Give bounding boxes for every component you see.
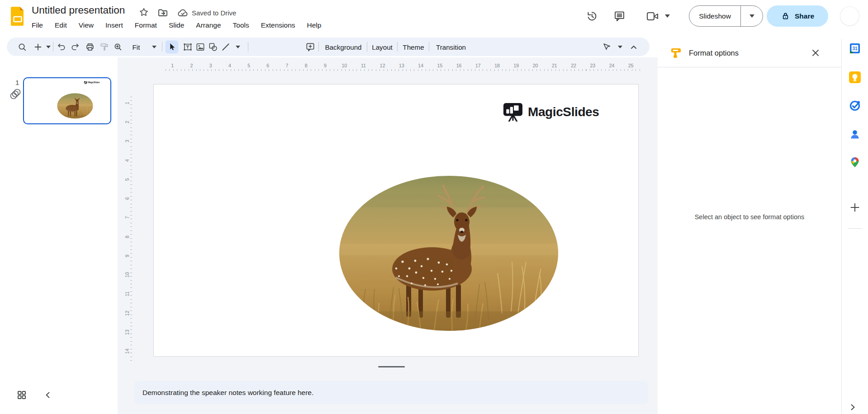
speaker-notes[interactable]: Demonstrating the speaker notes working … xyxy=(134,381,648,404)
grid-view-button[interactable] xyxy=(16,390,27,400)
speaker-notes-text: Demonstrating the speaker notes working … xyxy=(142,389,313,397)
zoom-in-button[interactable] xyxy=(113,42,123,52)
menu-item[interactable]: Insert xyxy=(100,19,129,31)
google-slides-app: Untitled presentation Saved to Drive Fil… xyxy=(0,0,868,414)
paint-format-button[interactable] xyxy=(100,42,109,52)
notes-resize-handle[interactable] xyxy=(378,366,405,367)
menu-item[interactable]: File xyxy=(26,19,49,31)
shape-icon xyxy=(208,42,218,52)
slideshow-dropdown[interactable] xyxy=(741,14,763,18)
close-panel-button[interactable] xyxy=(811,48,821,58)
grid-view-icon xyxy=(16,390,27,400)
ruler-number: 25 xyxy=(621,63,640,68)
slide-canvas[interactable]: MagicSlides xyxy=(153,84,639,357)
google-tasks-icon[interactable] xyxy=(849,100,861,112)
search-menus-button[interactable] xyxy=(17,42,27,52)
menu-item[interactable]: Slide xyxy=(163,19,190,31)
ruler-number: 5 xyxy=(118,175,137,183)
ruler-number: 6 xyxy=(118,194,137,202)
menu-item[interactable]: Tools xyxy=(227,19,255,31)
menu-item[interactable]: Help xyxy=(301,19,327,31)
pointer-mode-dropdown-icon[interactable] xyxy=(618,46,622,48)
slideshow-button[interactable]: Slideshow xyxy=(689,5,763,27)
ruler-number: 19 xyxy=(507,63,526,68)
text-box-icon xyxy=(183,42,193,52)
google-keep-icon[interactable] xyxy=(849,71,861,83)
insert-comment-button[interactable] xyxy=(305,42,316,52)
menu-item[interactable]: Edit xyxy=(49,19,73,31)
ruler-number: 7 xyxy=(277,63,296,68)
version-history-button[interactable] xyxy=(586,10,598,22)
get-addons-button[interactable] xyxy=(849,202,861,213)
deer-oval-image[interactable] xyxy=(339,176,558,331)
zoom-select[interactable]: Fit xyxy=(133,43,140,51)
insert-line-button[interactable] xyxy=(221,42,231,52)
google-contacts-icon[interactable] xyxy=(849,128,861,140)
cloud-saved-icon[interactable] xyxy=(177,8,188,19)
share-button[interactable]: Share xyxy=(767,5,828,27)
format-options-title: Format options xyxy=(689,49,739,57)
insert-image-button[interactable] xyxy=(195,42,206,52)
star-button[interactable] xyxy=(138,7,149,18)
ruler-number: 9 xyxy=(316,63,335,68)
slide-thumbnail[interactable]: MagicSlides xyxy=(23,77,111,124)
new-slide-dropdown[interactable] xyxy=(46,46,51,48)
chevron-down-icon xyxy=(749,14,754,18)
background-button[interactable]: Background xyxy=(325,43,361,51)
collapse-filmstrip-button[interactable] xyxy=(44,391,52,399)
ruler-number: 13 xyxy=(392,63,411,68)
ruler-number: 24 xyxy=(602,63,621,68)
panel-divider xyxy=(658,67,841,67)
new-slide-button[interactable] xyxy=(33,42,43,52)
undo-button[interactable] xyxy=(57,42,66,52)
chevron-down-icon xyxy=(46,46,51,48)
toolbar-divider xyxy=(248,42,248,52)
magicslides-logo[interactable]: MagicSlides xyxy=(502,103,599,122)
slide-number: 1 xyxy=(15,79,19,86)
select-tool-button[interactable] xyxy=(166,40,179,53)
print-button[interactable] xyxy=(85,42,95,52)
magicslides-logo-text: MagicSlides xyxy=(88,81,100,84)
toolbar-divider xyxy=(397,42,398,52)
laser-pointer-icon xyxy=(602,42,612,52)
slides-logo-icon[interactable] xyxy=(11,7,24,26)
ruler-number: 22 xyxy=(564,63,583,68)
line-dropdown-icon[interactable] xyxy=(236,46,240,48)
rail-divider xyxy=(848,228,862,229)
animations-indicator-icon[interactable] xyxy=(9,88,22,100)
ruler-number: 14 xyxy=(118,347,137,355)
google-maps-icon[interactable] xyxy=(849,156,861,168)
move-folder-icon[interactable] xyxy=(157,7,168,18)
join-call-dropdown-icon[interactable] xyxy=(665,14,670,18)
ruler-number: 2 xyxy=(118,118,137,126)
menu-item[interactable]: Extensions xyxy=(255,19,301,31)
google-calendar-icon[interactable]: 31 xyxy=(849,42,861,54)
toolbar-divider xyxy=(162,42,162,52)
ruler-number: 6 xyxy=(258,63,277,68)
avatar[interactable] xyxy=(840,7,859,25)
layout-button[interactable]: Layout xyxy=(372,43,393,51)
join-call-button[interactable] xyxy=(646,11,659,22)
insert-shape-button[interactable] xyxy=(208,42,218,52)
ruler-number: 12 xyxy=(118,309,137,317)
menu-item[interactable]: Format xyxy=(129,19,163,31)
ruler-number: 18 xyxy=(488,63,507,68)
theme-button[interactable]: Theme xyxy=(403,43,424,51)
format-options-header: Format options xyxy=(658,39,841,67)
ruler-number: 8 xyxy=(297,63,316,68)
transition-button[interactable]: Transition xyxy=(436,43,466,51)
hide-menus-button[interactable] xyxy=(630,43,638,51)
text-box-button[interactable] xyxy=(183,42,193,52)
ruler-number: 2 xyxy=(182,63,201,68)
document-title[interactable]: Untitled presentation xyxy=(32,5,125,16)
magicslides-logo-icon xyxy=(84,81,87,85)
comments-button[interactable] xyxy=(613,10,626,22)
menu-item[interactable]: Arrange xyxy=(190,19,227,31)
show-side-panel-button[interactable] xyxy=(849,403,857,411)
pointer-mode-button[interactable] xyxy=(602,42,612,52)
saved-status[interactable]: Saved to Drive xyxy=(192,9,236,17)
menu-item[interactable]: View xyxy=(73,19,100,31)
zoom-dropdown-icon[interactable] xyxy=(152,46,157,48)
plus-icon xyxy=(849,202,861,213)
redo-button[interactable] xyxy=(70,42,80,52)
